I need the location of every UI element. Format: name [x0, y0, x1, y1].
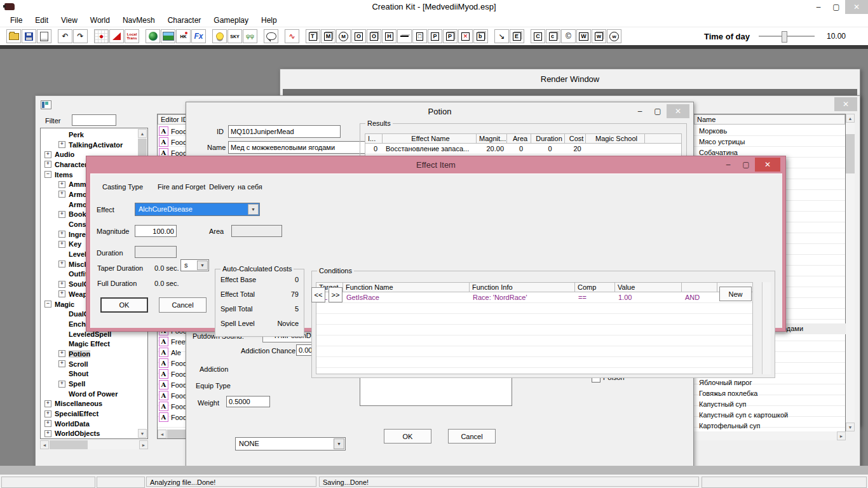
- tree-scroll-right-icon[interactable]: [139, 440, 148, 449]
- marker-p-cube-icon[interactable]: P: [443, 29, 458, 43]
- marker-c-circle-icon[interactable]: ©: [561, 29, 576, 43]
- menu-item[interactable]: File: [4, 16, 29, 25]
- tree-expander-icon[interactable]: [58, 191, 65, 198]
- weight-input[interactable]: [226, 396, 270, 407]
- tree-hscrollbar[interactable]: [40, 440, 148, 449]
- duration-unit-dropdown[interactable]: s: [180, 259, 209, 271]
- potion-close-button[interactable]: [667, 104, 689, 118]
- tree-item[interactable]: Scroll: [41, 359, 137, 369]
- marker-b-cube-icon[interactable]: b: [473, 29, 488, 43]
- name-row[interactable]: Мясо устрицы: [694, 137, 845, 147]
- tree-expander-icon[interactable]: [58, 231, 65, 238]
- time-of-day-value[interactable]: 10.00: [824, 30, 857, 43]
- tree-expander-icon[interactable]: [44, 410, 51, 417]
- tree-expander-icon[interactable]: [58, 381, 65, 388]
- marker-h-box-icon[interactable]: H: [382, 29, 397, 43]
- potion-maximize-button[interactable]: [649, 105, 667, 117]
- tree-expander-icon[interactable]: [44, 151, 51, 158]
- effect-ok-button[interactable]: OK: [100, 297, 148, 313]
- marker-cube-icon[interactable]: [397, 29, 412, 43]
- menu-item[interactable]: View: [55, 16, 84, 25]
- sky-icon[interactable]: SKY: [227, 29, 242, 43]
- potion-cancel-button[interactable]: Cancel: [448, 429, 496, 444]
- menu-item[interactable]: Character: [161, 16, 208, 25]
- potion-titlebar[interactable]: Potion: [186, 102, 693, 120]
- potion-ok-button[interactable]: OK: [384, 429, 431, 444]
- marker-o-cube-icon[interactable]: O: [367, 29, 381, 43]
- marker-m-circle-icon[interactable]: M: [336, 29, 351, 43]
- marker-w-cube-icon[interactable]: w: [592, 29, 606, 43]
- tree-item[interactable]: Shout: [41, 369, 137, 379]
- marker-m-cube-icon[interactable]: M: [321, 29, 336, 43]
- marker-square-box-icon[interactable]: □: [412, 29, 427, 43]
- app-minimize-button[interactable]: [810, 1, 827, 13]
- app-close-button[interactable]: [845, 0, 868, 14]
- object-window-close-button[interactable]: [834, 97, 857, 111]
- condition-new-button[interactable]: New: [719, 287, 752, 301]
- marker-c-box-icon[interactable]: C: [531, 29, 545, 43]
- kill-arrow-icon[interactable]: ↘: [494, 29, 509, 43]
- tree-item[interactable]: Spell: [41, 379, 137, 389]
- tree-expander-icon[interactable]: [44, 301, 51, 308]
- tree-item[interactable]: WorldData: [41, 419, 137, 429]
- time-of-day-slider[interactable]: [759, 36, 815, 37]
- marker-x-box-icon[interactable]: ✕: [458, 29, 473, 43]
- menu-item[interactable]: Edit: [29, 16, 55, 25]
- heightmap-icon[interactable]: ∿: [285, 29, 299, 43]
- tree-item[interactable]: Perk: [41, 130, 137, 140]
- tree-expander-icon[interactable]: [58, 141, 65, 148]
- menu-item[interactable]: NavMesh: [116, 16, 161, 25]
- tree-expander-icon[interactable]: [58, 241, 65, 248]
- app-maximize-button[interactable]: [827, 1, 845, 13]
- tree-expander-icon[interactable]: [58, 211, 65, 218]
- dialogue-icon[interactable]: [264, 29, 278, 43]
- menu-item[interactable]: Help: [255, 16, 283, 25]
- tree-item[interactable]: Potion: [41, 349, 137, 359]
- tree-expander-icon[interactable]: [58, 290, 65, 297]
- name-row[interactable]: Морковь: [694, 126, 845, 137]
- results-row[interactable]: 0 Восстановление запаса... 20.00 0 0 20: [365, 144, 681, 154]
- tree-item[interactable]: TalkingActivator: [41, 140, 137, 150]
- name-list-vscrollbar[interactable]: [846, 114, 855, 431]
- world-icon[interactable]: [146, 29, 160, 43]
- lights-icon[interactable]: [212, 29, 227, 43]
- effect-item-close-button[interactable]: [755, 158, 780, 172]
- slider-handle[interactable]: [782, 31, 787, 43]
- tree-expander-icon[interactable]: [58, 181, 65, 188]
- snap-to-angle-icon[interactable]: [109, 29, 124, 43]
- menu-item[interactable]: Gameplay: [207, 16, 255, 25]
- render-window-titlebar[interactable]: Render Window: [280, 69, 860, 88]
- tree-item[interactable]: SpecialEffect: [41, 409, 137, 419]
- name-row[interactable]: Говяжья похлебка: [694, 388, 845, 399]
- marker-t-cube-icon[interactable]: T: [306, 29, 320, 43]
- tree-scroll-down-icon[interactable]: [138, 429, 147, 438]
- tree-expander-icon[interactable]: [44, 430, 51, 437]
- tree-expander-icon[interactable]: [58, 350, 65, 357]
- marker-w-circle-icon[interactable]: w: [607, 29, 621, 43]
- open-icon[interactable]: [6, 29, 21, 43]
- marker-p-box-icon[interactable]: P: [428, 29, 442, 43]
- condition-next-button[interactable]: >>: [329, 287, 342, 302]
- preferences-icon[interactable]: [37, 29, 51, 43]
- tree-expander-icon[interactable]: [58, 261, 65, 268]
- tree-expander-icon[interactable]: [44, 400, 51, 407]
- name-column-header[interactable]: Name: [694, 114, 845, 125]
- tree-expander-icon[interactable]: [58, 360, 65, 367]
- tree-item[interactable]: Magic Effect: [41, 339, 137, 349]
- filter-input[interactable]: [72, 114, 116, 126]
- undo-icon[interactable]: ↶: [58, 29, 72, 43]
- name-row[interactable]: Капустный суп: [694, 399, 845, 410]
- conditions-vscrollbar[interactable]: [762, 282, 771, 374]
- save-icon[interactable]: [22, 29, 36, 43]
- condition-row[interactable]: PL GetIsRace Race: 'NordRace' == 1.00 AN…: [316, 292, 752, 303]
- tree-expander-icon[interactable]: [44, 171, 51, 178]
- effect-cancel-button[interactable]: Cancel: [159, 297, 207, 313]
- name-row[interactable]: Картофельный суп: [694, 421, 845, 431]
- tree-item[interactable]: Miscellaneous: [41, 399, 137, 409]
- water-fx-icon[interactable]: Fx: [191, 29, 206, 43]
- name-list-hscrollbar[interactable]: [693, 431, 846, 440]
- snap-to-grid-icon[interactable]: ●: [94, 29, 109, 43]
- effect-item-maximize-button[interactable]: [737, 159, 755, 170]
- redo-icon[interactable]: ↷: [73, 29, 88, 43]
- name-row[interactable]: Яблочный пирог: [694, 377, 845, 388]
